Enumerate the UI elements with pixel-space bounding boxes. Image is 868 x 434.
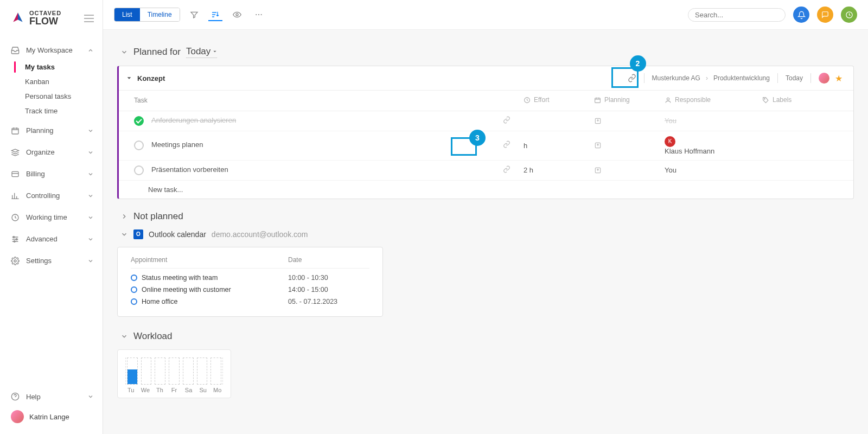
chevron-down-icon xyxy=(120,231,128,238)
filter-icon[interactable] xyxy=(188,8,201,21)
chevron-up-icon xyxy=(87,47,94,54)
sidebar-item-my-tasks[interactable]: My tasks xyxy=(1,60,103,74)
svg-point-10 xyxy=(258,14,259,15)
outlook-row[interactable]: Home office05. - 07.12.2023 xyxy=(131,296,369,308)
sidebar-item-kanban[interactable]: Kanban xyxy=(1,74,103,89)
nav-planning[interactable]: Planning xyxy=(0,122,103,140)
organize-icon xyxy=(11,148,20,157)
task-effort[interactable]: h xyxy=(517,131,588,160)
notifications-button[interactable] xyxy=(793,7,809,23)
svg-rect-0 xyxy=(12,128,18,134)
svg-rect-1 xyxy=(12,171,18,176)
sidebar-nav: My Workspace My tasksKanbanPersonal task… xyxy=(0,37,103,382)
nav-help-label: Help xyxy=(26,393,41,401)
chevron-down-icon xyxy=(87,171,94,177)
view-timeline-button[interactable]: Timeline xyxy=(140,8,180,21)
workload-bar xyxy=(155,358,165,385)
task-labels[interactable] xyxy=(756,160,853,180)
view-toggle: List Timeline xyxy=(114,8,180,22)
timer-button[interactable] xyxy=(841,7,857,23)
card-date: Today xyxy=(786,74,803,82)
task-status[interactable] xyxy=(134,141,144,150)
nav-working-time[interactable]: Working time xyxy=(0,208,103,227)
workload-day-label: We xyxy=(140,387,151,393)
advanced-icon xyxy=(11,235,20,244)
task-status[interactable] xyxy=(134,165,144,175)
search-input[interactable] xyxy=(695,11,786,19)
working-time-icon xyxy=(11,213,20,222)
chevron-down-icon xyxy=(87,258,94,264)
search-box[interactable] xyxy=(688,8,786,22)
sidebar-item-personal-tasks[interactable]: Personal tasks xyxy=(1,89,103,104)
help-icon xyxy=(11,392,20,401)
planning-icon[interactable] xyxy=(594,117,652,125)
annotation-badge-3: 3 xyxy=(469,130,486,146)
caret-down-icon xyxy=(213,49,217,54)
nav-workspace[interactable]: My Workspace xyxy=(0,41,103,60)
not-planned-section-header[interactable]: Not planned xyxy=(120,211,854,222)
sort-icon[interactable] xyxy=(208,8,222,21)
planning-icon[interactable] xyxy=(594,142,652,149)
task-status[interactable] xyxy=(134,116,144,126)
appointment-date: 14:00 - 15:00 xyxy=(288,286,369,293)
chevron-down-icon xyxy=(87,193,94,199)
new-task-input[interactable]: New task... xyxy=(119,180,853,199)
visibility-icon[interactable] xyxy=(230,8,244,21)
logo-icon xyxy=(11,11,25,25)
workload-bar xyxy=(197,358,208,385)
chevron-down-icon xyxy=(120,48,128,56)
task-labels[interactable] xyxy=(756,131,853,160)
breadcrumb-project[interactable]: Produktentwicklung xyxy=(713,74,770,82)
task-effort[interactable]: 2 h xyxy=(517,160,588,180)
notes-button[interactable] xyxy=(817,7,833,23)
topbar: List Timeline xyxy=(103,0,868,30)
workload-day-label: Mo xyxy=(212,387,223,393)
nav-organize[interactable]: Organize xyxy=(0,143,103,162)
card-avatar[interactable] xyxy=(819,73,829,84)
sidebar-toggle-icon[interactable] xyxy=(84,15,94,22)
task-row[interactable]: Anforderungen analysierenYou xyxy=(119,111,853,131)
task-responsible[interactable]: You xyxy=(658,111,756,131)
planned-label: Planned for xyxy=(133,47,181,58)
planned-section-header[interactable]: Planned for Today xyxy=(120,46,854,58)
appointment-title: Online meeting with customer xyxy=(142,286,231,293)
planning-icon xyxy=(11,126,20,135)
user-avatar xyxy=(11,410,24,423)
link-icon[interactable] xyxy=(503,165,510,173)
workload-day-label: Su xyxy=(197,387,209,393)
workload-section-header[interactable]: Workload xyxy=(120,331,854,342)
workload-bar xyxy=(169,358,180,385)
outlook-row[interactable]: Status meeting with team10:00 - 10:30 xyxy=(131,272,369,284)
view-list-button[interactable]: List xyxy=(114,8,140,21)
current-user[interactable]: Katrin Lange xyxy=(11,406,94,423)
nav-workspace-label: My Workspace xyxy=(26,46,73,54)
task-responsible[interactable]: You xyxy=(658,160,756,180)
sidebar-item-track-time[interactable]: Track time xyxy=(1,104,103,118)
link-icon[interactable]: 3 xyxy=(503,141,510,148)
logo-bottom: FLOW xyxy=(29,16,61,27)
task-row[interactable]: Präsentation vorbereiten2 hYou xyxy=(119,160,853,180)
outlook-section-header[interactable]: O Outlook calendar demo.account@outlook.… xyxy=(120,229,854,239)
task-effort[interactable] xyxy=(517,111,588,131)
outlook-row[interactable]: Online meeting with customer14:00 - 15:0… xyxy=(131,284,369,296)
planned-period-dropdown[interactable]: Today xyxy=(186,46,217,58)
link-icon[interactable] xyxy=(503,116,510,124)
svg-point-16 xyxy=(667,98,669,100)
task-responsible[interactable]: K Klaus Hoffmann xyxy=(658,131,756,160)
nav-settings[interactable]: Settings xyxy=(0,252,103,270)
task-row[interactable]: Meetings planen3hK Klaus Hoffmann xyxy=(119,131,853,160)
star-icon[interactable]: ★ xyxy=(835,73,843,84)
planning-icon[interactable] xyxy=(594,167,652,174)
nav-advanced[interactable]: Advanced xyxy=(0,230,103,248)
caret-down-icon[interactable] xyxy=(126,75,132,81)
nav-controlling[interactable]: Controlling xyxy=(0,187,103,205)
nav-help[interactable]: Help xyxy=(11,387,94,406)
breadcrumb-client[interactable]: Musterkunde AG xyxy=(652,74,700,82)
svg-point-11 xyxy=(260,14,261,15)
task-labels[interactable] xyxy=(756,111,853,131)
more-icon[interactable] xyxy=(252,8,266,21)
nav-billing[interactable]: Billing xyxy=(0,165,103,183)
user-name: Katrin Lange xyxy=(29,413,69,421)
workload-card: TuWeThFrSaSuMo xyxy=(117,349,231,398)
outlook-email: demo.account@outlook.com xyxy=(212,230,308,239)
